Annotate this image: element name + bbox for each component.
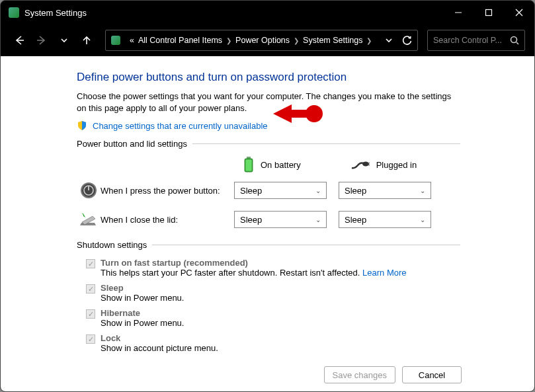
close-icon [515,9,523,17]
power-button-icon [80,182,97,199]
learn-more-link[interactable]: Learn More [362,268,406,278]
close-lid-plugged-select[interactable]: Sleep ⌄ [339,211,431,228]
chevron-down-icon: ⌄ [315,216,321,223]
shutdown-item-fast-startup: ✓ Turn on fast startup (recommended) Thi… [86,258,460,278]
setting-row-close-lid: When I close the lid: Sleep ⌄ Sleep ⌄ [77,211,460,228]
address-bar[interactable]: « All Control Panel Items ❯ Power Option… [105,30,418,51]
window-title: System Settings [24,8,87,18]
footer: Save changes Cancel [1,358,534,383]
svg-rect-13 [368,165,370,165]
shutdown-item-desc: This helps start your PC faster after sh… [101,268,407,278]
change-settings-link[interactable]: Change settings that are currently unava… [93,121,268,131]
minimize-icon [454,9,462,17]
search-placeholder: Search Control P... [433,36,506,45]
svg-rect-10 [246,160,252,171]
shutdown-item-lock: ✓ Lock Show in account picture menu. [86,333,460,353]
chevron-right-icon: ❯ [294,37,299,44]
column-on-battery: On battery [243,157,301,173]
minimize-button[interactable] [443,1,473,24]
arrow-up-icon [81,35,92,46]
setting-label: When I press the power button: [101,186,234,196]
content-area: Define power buttons and turn on passwor… [1,56,534,391]
close-button[interactable] [504,1,534,24]
shutdown-item-title: Lock [101,333,218,343]
save-button[interactable]: Save changes [324,366,395,383]
breadcrumb-prefix: « [130,36,134,45]
refresh-icon[interactable] [402,36,412,46]
plug-icon [351,159,370,170]
shutdown-item-hibernate: ✓ Hibernate Show in Power menu. [86,308,460,328]
column-plugged-in: Plugged in [351,159,417,170]
power-button-plugged-select[interactable]: Sleep ⌄ [339,182,431,199]
power-button-battery-select[interactable]: Sleep ⌄ [234,182,327,199]
shutdown-item-sleep: ✓ Sleep Show in Power menu. [86,283,460,303]
battery-icon [243,157,254,173]
chevron-right-icon: ❯ [226,37,231,44]
checkbox-fast-startup: ✓ [86,259,95,268]
shutdown-item-title: Hibernate [101,308,184,318]
search-input[interactable]: Search Control P... [427,30,525,51]
titlebar: System Settings [1,1,534,24]
search-icon [510,36,519,45]
svg-rect-12 [368,163,370,163]
app-icon [9,7,19,18]
chevron-down-icon [60,36,68,44]
svg-rect-1 [486,10,492,16]
chevron-down-icon[interactable] [385,36,393,44]
up-button[interactable] [77,31,96,50]
maximize-button[interactable] [473,1,504,24]
breadcrumb-item[interactable]: System Settings [303,36,362,45]
cancel-button[interactable]: Cancel [402,366,462,383]
shutdown-item-title: Sleep [101,283,184,293]
svg-rect-8 [247,157,251,159]
checkbox-sleep: ✓ [86,284,95,294]
shutdown-item-desc: Show in Power menu. [101,293,184,303]
chevron-down-icon: ⌄ [420,187,425,194]
maximize-icon [485,9,493,17]
chevron-down-icon: ⌄ [315,187,321,194]
checkbox-lock: ✓ [86,334,95,344]
shutdown-item-desc: Show in account picture menu. [101,343,218,353]
checkbox-hibernate: ✓ [86,309,95,319]
back-button[interactable] [10,31,28,50]
shutdown-item-desc: Show in Power menu. [101,318,184,328]
page-subtext: Choose the power settings that you want … [77,91,460,114]
svg-line-5 [516,42,518,44]
arrow-right-icon [36,35,47,46]
setting-label: When I close the lid: [101,215,234,225]
svg-point-4 [511,37,517,43]
forward-button[interactable] [32,31,51,50]
section-shutdown-settings: Shutdown settings [77,240,460,250]
setting-row-power-button: When I press the power button: Sleep ⌄ S… [77,182,460,199]
breadcrumb-item[interactable]: All Control Panel Items [138,36,222,45]
toolbar: « All Control Panel Items ❯ Power Option… [1,24,534,56]
chevron-right-icon: ❯ [366,37,372,44]
breadcrumb-item[interactable]: Power Options [235,36,290,45]
shield-icon [77,120,87,131]
laptop-lid-icon [79,212,98,227]
app-window: System Settings « All Control Panel Item… [0,0,535,392]
arrow-left-icon [14,35,24,46]
section-power-button-lid: Power button and lid settings [77,139,460,149]
recent-pages-button[interactable] [55,31,73,50]
section-title: Shutdown settings [77,240,147,250]
page-heading: Define power buttons and turn on passwor… [77,71,460,84]
location-icon [111,36,120,45]
section-title: Power button and lid settings [77,139,187,149]
close-lid-battery-select[interactable]: Sleep ⌄ [234,211,327,228]
svg-point-11 [362,162,369,167]
chevron-down-icon: ⌄ [420,216,425,223]
shutdown-item-title: Turn on fast startup (recommended) [101,258,407,268]
